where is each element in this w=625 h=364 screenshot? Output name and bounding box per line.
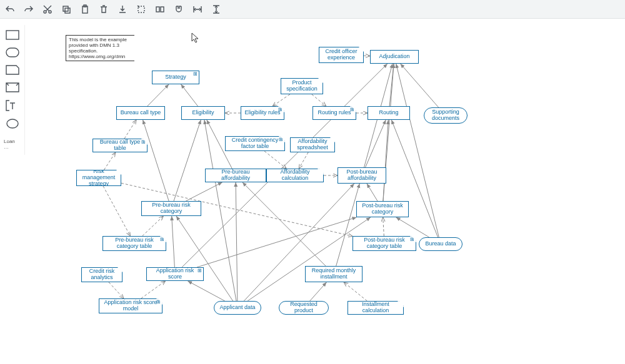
dist-v-icon[interactable]: [211, 4, 221, 14]
group-icon[interactable]: [155, 4, 165, 14]
edge-requested_product-required_monthly_installment[interactable]: [310, 282, 327, 301]
edge-applicant_data-post_bureau_risk_category[interactable]: [248, 217, 371, 301]
node-bureau-call-type[interactable]: Bureau call type: [116, 106, 165, 120]
edge-applicant_data-pre_bureau_affordability[interactable]: [236, 182, 238, 301]
node-strategy[interactable]: Strategy: [152, 71, 199, 84]
ks-palette-icon[interactable]: [6, 82, 19, 94]
edge-product_specification-routing_rules[interactable]: [312, 94, 326, 106]
edge-bureau_data-routing[interactable]: [391, 120, 438, 237]
edge-pre_bureau_risk_category_table-pre_bureau_risk_category[interactable]: [142, 216, 164, 236]
node-pre-bureau-risk-category-table[interactable]: Pre-bureau risk category table: [102, 236, 166, 251]
edge-eligibility-strategy[interactable]: [181, 84, 198, 106]
bkm-palette-icon[interactable]: [6, 65, 19, 76]
node-bureau-call-type-table[interactable]: Bureau call type table: [92, 139, 148, 152]
edge-bureau_call_type_table-bureau_call_type[interactable]: [124, 120, 136, 139]
node-affordability-calculation[interactable]: Affordability calculation: [266, 169, 324, 182]
palette: Loan …: [0, 25, 25, 155]
model-annotation[interactable]: This model is the example provided with …: [66, 35, 134, 61]
lasso-icon[interactable]: [136, 4, 146, 14]
toolbar: [0, 0, 625, 19]
node-post-bureau-risk-category-table[interactable]: Post-bureau risk category table: [352, 236, 416, 251]
edge-pre_bureau_risk_category-eligibility[interactable]: [174, 120, 201, 201]
svg-rect-10: [6, 48, 19, 57]
node-credit-officer-experience[interactable]: Credit officer experience: [319, 47, 364, 63]
svg-rect-9: [6, 31, 19, 39]
edge-application_risk_score-post_bureau_risk_category[interactable]: [197, 217, 356, 267]
node-risk-management-strategy[interactable]: Risk management strategy: [76, 170, 121, 186]
svg-rect-7: [156, 7, 159, 12]
svg-rect-8: [161, 7, 164, 12]
copy-icon[interactable]: [61, 4, 71, 14]
edge-post_bureau_risk_category-post_bureau_affordability[interactable]: [367, 184, 378, 201]
edge-credit_contingency_factor_table-affordability_calculation[interactable]: [264, 151, 286, 169]
edge-post_bureau_risk_category_table-post_bureau_risk_category[interactable]: [383, 217, 384, 236]
download-icon[interactable]: [118, 4, 128, 14]
edge-credit_risk_analytics-application_risk_score_model[interactable]: [109, 282, 124, 298]
node-applicant-data[interactable]: Applicant data: [214, 301, 261, 315]
node-credit-contingency-factor-table[interactable]: Credit contingency factor table: [225, 136, 285, 151]
edge-risk_management_strategy-bureau_call_type_table[interactable]: [104, 152, 116, 170]
node-routing[interactable]: Routing: [368, 106, 410, 120]
node-post-bureau-risk-category[interactable]: Post-bureau risk category: [356, 201, 409, 217]
undo-icon[interactable]: [5, 4, 15, 14]
node-requested-product[interactable]: Requested product: [279, 301, 329, 315]
edge-affordability_spreadsheet-affordability_calculation[interactable]: [299, 152, 308, 169]
node-application-risk-score[interactable]: Application risk score: [146, 267, 204, 281]
node-bureau-data[interactable]: Bureau data: [419, 237, 462, 251]
edge-application_risk_score_model-application_risk_score[interactable]: [141, 281, 166, 298]
node-product-specification[interactable]: Product specification: [281, 78, 323, 94]
delete-icon[interactable]: [99, 4, 109, 14]
input-data-palette-icon[interactable]: [6, 47, 19, 59]
node-adjudication[interactable]: Adjudication: [370, 50, 419, 64]
dist-h-icon[interactable]: [192, 4, 202, 14]
cursor-icon: [191, 32, 200, 44]
node-eligibility[interactable]: Eligibility: [181, 106, 225, 120]
paste-icon[interactable]: [80, 4, 90, 14]
edge-supporting_documents-adjudication[interactable]: [401, 64, 439, 107]
annotation-palette-icon[interactable]: [6, 100, 19, 112]
edge-bureau_data-post_bureau_risk_category[interactable]: [396, 217, 429, 237]
edge-required_monthly_installment-pre_bureau_affordability[interactable]: [242, 182, 326, 266]
cut-icon[interactable]: [42, 4, 52, 14]
redo-icon[interactable]: [24, 4, 34, 14]
magnet-icon[interactable]: [174, 4, 184, 14]
node-eligibility-rules[interactable]: Eligibility rules: [241, 106, 284, 120]
group-palette-icon[interactable]: [6, 119, 19, 130]
canvas[interactable]: Credit officer experienceAdjudicationStr…: [25, 19, 625, 364]
edge-required_monthly_installment-post_bureau_affordability[interactable]: [336, 184, 360, 266]
node-supporting-documents[interactable]: Supporting documents: [424, 107, 468, 124]
model-annotation-text: This model is the example provided with …: [69, 37, 127, 59]
edge-pre_bureau_risk_category-bureau_call_type[interactable]: [143, 120, 169, 201]
edge-installment_calculation-required_monthly_installment[interactable]: [344, 282, 367, 301]
edge-post_bureau_affordability-routing[interactable]: [366, 120, 386, 167]
node-installment-calculation[interactable]: Installment calculation: [348, 301, 404, 315]
svg-rect-2: [63, 6, 68, 11]
edge-applicant_data-application_risk_score[interactable]: [188, 281, 224, 301]
edge-applicant_data-post_bureau_affordability[interactable]: [244, 184, 354, 301]
svg-rect-3: [65, 8, 70, 13]
palette-label: Loan …: [4, 139, 21, 150]
svg-point-0: [44, 11, 46, 13]
edge-application_risk_score-pre_bureau_risk_category[interactable]: [172, 216, 175, 267]
svg-point-1: [49, 11, 51, 13]
edge-risk_management_strategy-pre_bureau_risk_category_table[interactable]: [103, 186, 130, 236]
edge-bureau_call_type-strategy[interactable]: [148, 84, 169, 106]
svg-point-11: [7, 119, 18, 128]
edge-product_specification-eligibility_rules[interactable]: [272, 94, 290, 106]
node-affordability-spreadsheet[interactable]: Affordability spreadsheet: [290, 137, 335, 152]
node-application-risk-score-model[interactable]: Application risk score model: [99, 298, 162, 313]
node-post-bureau-affordability[interactable]: Post-bureau affordability: [338, 167, 386, 184]
edge-post_bureau_risk_category-routing[interactable]: [383, 120, 388, 201]
node-routing-rules[interactable]: Routing rules: [312, 106, 356, 120]
node-pre-bureau-risk-category[interactable]: Pre-bureau risk category: [141, 201, 201, 216]
node-credit-risk-analytics[interactable]: Credit risk analytics: [81, 267, 122, 282]
node-required-monthly-installment[interactable]: Required monthly installment: [305, 266, 362, 282]
node-pre-bureau-affordability[interactable]: Pre-bureau affordability: [205, 169, 266, 182]
decision-palette-icon[interactable]: [6, 30, 19, 41]
